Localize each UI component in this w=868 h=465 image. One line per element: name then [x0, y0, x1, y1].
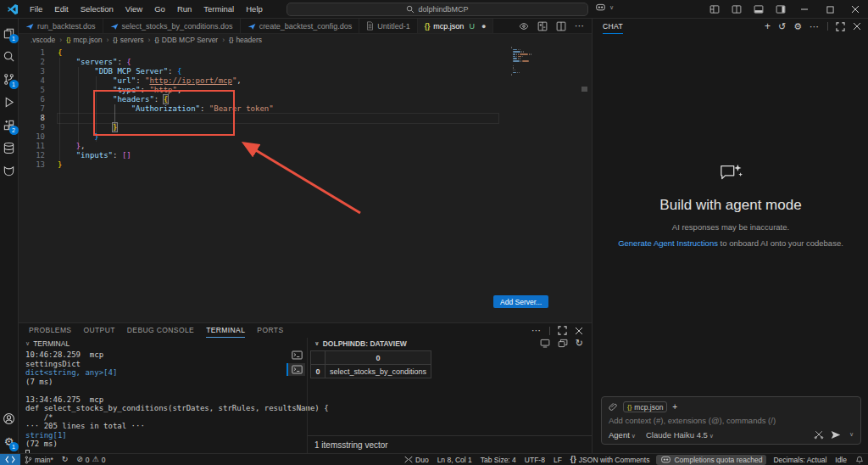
menu-go[interactable]: Go — [148, 4, 171, 14]
panel-tab-terminal[interactable]: TERMINAL — [206, 323, 245, 338]
dataview-footer: 1 itemsstring vector — [308, 435, 592, 454]
status-tab-size-4[interactable]: Tab Size: 4 — [476, 454, 520, 465]
activity-explorer[interactable]: 1 — [0, 22, 19, 45]
status-completions-quota-reached[interactable]: Completions quota reached — [656, 455, 766, 465]
line-number: 7 — [19, 104, 56, 114]
open-changes-icon[interactable] — [537, 21, 548, 31]
tab-mcp.json[interactable]: {}mcp.jsonU● — [418, 19, 494, 33]
minimap-seg — [513, 51, 520, 53]
menu-selection[interactable]: Selection — [75, 4, 120, 14]
menu-run[interactable]: Run — [171, 4, 198, 14]
activity-dolphindb[interactable] — [0, 160, 19, 182]
open-preview-icon[interactable] — [519, 21, 529, 31]
customize-layout-icon[interactable] — [704, 0, 726, 19]
activity-extensions[interactable]: 2 — [0, 114, 19, 137]
status-idle[interactable]: Idle — [831, 454, 851, 465]
window-minimize-icon[interactable] — [792, 0, 817, 19]
breadcrumb[interactable]: .vscode›{}mcp.json›{}servers›{}DDB MCP S… — [19, 34, 592, 45]
code-editor[interactable]: 12345678910111213 { "servers": { "DDB MC… — [19, 45, 592, 322]
status-utf-8[interactable]: UTF-8 — [520, 454, 549, 465]
add-server-button[interactable]: Add Server... — [493, 295, 548, 308]
agent-mode-dropdown[interactable]: Agent∨ — [609, 430, 636, 440]
tab-select_stocks_by_conditions.dos[interactable]: select_stocks_by_conditions.dos — [103, 19, 241, 33]
menu-view[interactable]: View — [120, 4, 148, 14]
more-actions-icon[interactable]: ⋯ — [575, 20, 585, 31]
activity-source-control[interactable]: 1 — [0, 68, 19, 91]
activity-bar: 112⚙1 — [0, 19, 19, 453]
send-icon[interactable] — [831, 430, 841, 440]
refresh-icon[interactable]: ↻ — [576, 338, 583, 349]
tab-chat[interactable]: CHAT — [603, 19, 623, 34]
minimap-seg — [513, 49, 517, 51]
status-bell[interactable] — [851, 454, 868, 465]
dataview-header[interactable]: ∨ DOLPHINDB: DATAVIEW ↻ — [308, 338, 592, 349]
split-editor-icon[interactable] — [556, 21, 566, 31]
status-duo[interactable]: Duo — [400, 454, 433, 465]
close-icon[interactable] — [853, 22, 861, 31]
copilot-menu[interactable]: ∨ — [595, 3, 614, 12]
paperclip-icon[interactable] — [609, 402, 618, 412]
activity-run-debug[interactable] — [0, 91, 19, 114]
breadcrumb-item[interactable]: .vscode — [31, 36, 55, 44]
dataview-row[interactable]: 0select_stocks_by_conditions — [311, 365, 431, 378]
minimap-seg — [511, 70, 512, 71]
tools-icon[interactable] — [814, 429, 824, 440]
status-sync[interactable]: ↻ — [58, 454, 73, 465]
panel-tab-debug-console[interactable]: DEBUG CONSOLE — [127, 323, 194, 338]
status-lf[interactable]: LF — [549, 454, 566, 465]
window-maximize-icon[interactable] — [817, 0, 843, 19]
breadcrumb-item[interactable]: servers — [120, 36, 144, 44]
context-chip[interactable]: {} mcp.json — [623, 401, 667, 412]
chat-empty-linkline: Generate Agent Instructions to onboard A… — [593, 238, 868, 248]
open-in-window-icon[interactable] — [540, 338, 550, 349]
menu-terminal[interactable]: Terminal — [198, 4, 240, 14]
breadcrumb-item[interactable]: headers — [236, 36, 262, 44]
configure-icon[interactable]: ⚙ — [793, 21, 802, 32]
token: { — [126, 58, 131, 66]
minimap-seg — [511, 60, 512, 62]
dataview-table[interactable]: 00select_stocks_by_conditions — [310, 350, 431, 378]
tab-create_backtest_config.dos[interactable]: create_backtest_config.dos — [241, 19, 360, 33]
close-panel-icon[interactable] — [575, 327, 583, 335]
toggle-secondary-sidebar-icon[interactable] — [770, 0, 792, 19]
panel-tab-problems[interactable]: PROBLEMS — [29, 323, 71, 338]
split-editor-tb-icon[interactable] — [726, 0, 748, 19]
maximize-panel-icon[interactable] — [558, 326, 567, 335]
maximize-icon[interactable] — [836, 22, 845, 31]
menu-file[interactable]: File — [24, 4, 48, 14]
tab-Untitled-1[interactable]: Untitled-1 — [359, 19, 418, 33]
activity-search[interactable] — [0, 45, 19, 68]
status-issues[interactable]: ⊘0⚠0 — [72, 454, 109, 465]
more-actions-icon[interactable]: ⋯ — [531, 325, 542, 336]
new-chat-icon[interactable]: + — [765, 20, 771, 32]
chat-input-box[interactable]: {} mcp.json + Add context (#), extension… — [601, 396, 861, 445]
panel-tab-output[interactable]: OUTPUT — [83, 323, 114, 338]
menu-help[interactable]: Help — [240, 4, 269, 14]
model-dropdown[interactable]: Claude Haiku 4.5∨ — [646, 430, 714, 440]
breadcrumb-item[interactable]: DDB MCP Server — [162, 36, 218, 44]
status-ln-8-col-1[interactable]: Ln 8, Col 1 — [433, 454, 476, 465]
status-remote[interactable] — [0, 454, 20, 465]
terminal-view[interactable]: ∨ TERMINAL 10:46:28.259 mcpsettingsDictd… — [19, 338, 285, 454]
minimap[interactable] — [511, 47, 548, 76]
toggle-panel-icon[interactable] — [748, 0, 770, 19]
breadcrumb-item[interactable]: mcp.json — [73, 36, 102, 44]
activity-settings[interactable]: ⚙1 — [0, 430, 19, 453]
menu-edit[interactable]: Edit — [48, 4, 74, 14]
tab-run_backtest.dos[interactable]: run_backtest.dos — [19, 19, 103, 33]
generate-instructions-link[interactable]: Generate Agent Instructions — [618, 238, 718, 248]
add-context-button[interactable]: + — [672, 402, 677, 412]
history-icon[interactable]: ↺ — [778, 21, 786, 32]
panel-tab-ports[interactable]: PORTS — [257, 323, 283, 338]
chat-input-placeholder[interactable]: Add context (#), extensions (@), command… — [609, 416, 854, 425]
more-icon[interactable]: ⋯ — [810, 21, 820, 32]
status-decimals-actual[interactable]: Decimals: Actual — [769, 454, 831, 465]
multi-window-icon[interactable] — [558, 338, 568, 349]
activity-account[interactable] — [0, 407, 19, 430]
terminal-section-header[interactable]: ∨ TERMINAL — [19, 338, 285, 349]
activity-database[interactable] — [0, 137, 19, 160]
window-close-icon[interactable] — [843, 0, 868, 19]
status-json-with-comments[interactable]: {}JSON with Comments — [566, 454, 654, 465]
status-branch[interactable]: main* — [20, 454, 58, 465]
command-center-search[interactable]: dolphindbMCP — [287, 3, 588, 16]
